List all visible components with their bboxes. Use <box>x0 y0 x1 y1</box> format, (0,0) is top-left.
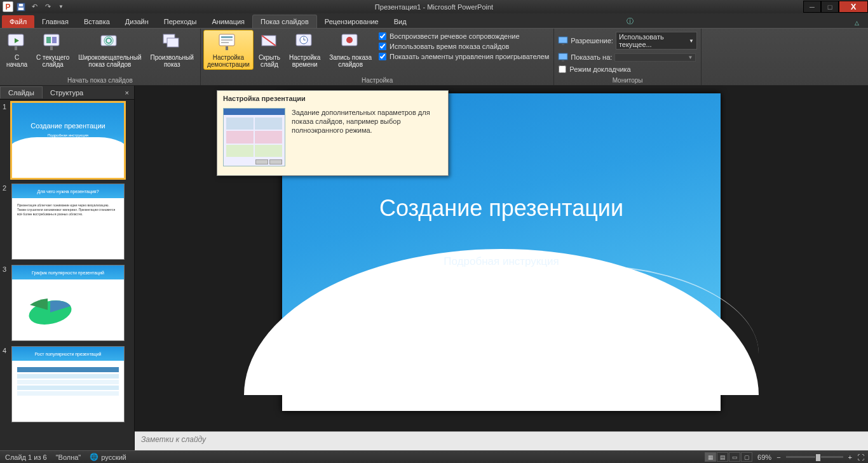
tooltip-body: Задание дополнительных параметров для по… <box>292 108 442 166</box>
tooltip: Настройка презентации Задание дополнител… <box>217 90 449 176</box>
tab-transitions[interactable]: Переходы <box>156 15 205 28</box>
title-bar: P ↶ ↷ ▼ Презентация1 - Microsoft PowerPo… <box>0 0 868 13</box>
tab-review[interactable]: Рецензирование <box>317 15 386 28</box>
slides-tab[interactable]: Слайды <box>0 86 43 98</box>
slide-panel: Слайды Структура × 1 Создание презентаци… <box>0 86 135 450</box>
show-on-dropdown[interactable]: ▼ <box>614 53 696 62</box>
svg-rect-6 <box>44 34 59 46</box>
record-icon <box>341 32 361 52</box>
svg-rect-18 <box>221 42 229 43</box>
thumbnail-row: 3 График популярности презентаций <box>3 265 132 341</box>
thumb-number: 1 <box>3 102 9 178</box>
custom-show-icon <box>162 32 182 52</box>
svg-rect-9 <box>50 46 53 50</box>
hide-slide-label: Скрыть слайд <box>259 54 280 68</box>
svg-rect-7 <box>46 37 51 43</box>
resolution-row: Разрешение: Использовать текущее...▼ <box>557 31 698 50</box>
tab-design[interactable]: Дизайн <box>118 15 156 28</box>
reading-view-button[interactable]: ▭ <box>729 452 740 462</box>
tab-file[interactable]: Файл <box>2 15 34 28</box>
from-current-label: С текущего слайда <box>36 54 69 68</box>
hide-slide-icon <box>259 32 280 52</box>
record-button[interactable]: Запись показа слайдов <box>325 30 376 70</box>
show-media-controls-checkbox[interactable]: Показать элементы управления проигрывате… <box>377 51 551 62</box>
svg-rect-8 <box>52 37 57 43</box>
broadcast-button[interactable]: Широковещательный показ слайдов <box>74 30 145 70</box>
monitor-icon <box>558 52 568 62</box>
normal-view-button[interactable]: ▦ <box>705 452 716 462</box>
setup-show-button[interactable]: Настройка демонстрации <box>203 30 254 70</box>
group-setup-label: Настройка <box>203 76 551 85</box>
slide-title[interactable]: Создание презентации <box>282 195 721 222</box>
thumb-number: 3 <box>3 265 9 341</box>
use-timings-checkbox[interactable]: Использовать время показа слайдов <box>377 41 551 51</box>
clock-icon <box>295 32 315 52</box>
thumbnail-list[interactable]: 1 Создание презентацииПодробная инструкц… <box>0 100 134 450</box>
svg-rect-31 <box>562 60 564 62</box>
chevron-down-icon: ▼ <box>689 38 694 44</box>
minimize-ribbon-icon[interactable]: △ <box>851 18 863 28</box>
tab-home[interactable]: Главная <box>34 15 76 28</box>
undo-icon[interactable]: ↶ <box>29 1 40 13</box>
theme-name: "Волна" <box>56 453 81 461</box>
tab-insert[interactable]: Вставка <box>76 15 118 28</box>
broadcast-label: Широковещательный показ слайдов <box>78 54 141 68</box>
monitor-icon <box>558 36 568 46</box>
chevron-down-icon: ▼ <box>688 55 693 60</box>
broadcast-icon <box>100 32 120 52</box>
slide-subtitle[interactable]: Подробная инструкция <box>282 255 721 268</box>
record-label: Запись показа слайдов <box>329 54 372 68</box>
view-buttons: ▦ ▤ ▭ ▢ <box>705 452 752 462</box>
svg-rect-16 <box>221 36 233 38</box>
minimize-button[interactable]: ─ <box>803 1 821 13</box>
thumbnail-4[interactable]: Рост популярности презентаций <box>11 346 125 422</box>
close-button[interactable]: X <box>839 1 868 13</box>
app-icon[interactable]: P <box>3 1 13 12</box>
tab-animation[interactable]: Анимация <box>204 15 252 28</box>
help-icon[interactable]: ⓘ <box>623 15 637 28</box>
thumbnail-3[interactable]: График популярности презентаций <box>11 265 125 341</box>
presentation-current-icon <box>43 32 63 52</box>
svg-rect-14 <box>167 38 179 47</box>
presenter-view-checkbox[interactable]: Режим докладчика <box>557 64 698 74</box>
thumbnail-1[interactable]: Создание презентацииПодробная инструкция <box>11 102 125 178</box>
ribbon-group-start: С начала С текущего слайда Широковещател… <box>0 29 201 85</box>
language-indicator[interactable]: 🌐русский <box>90 453 126 461</box>
zoom-in-button[interactable]: + <box>848 453 852 461</box>
svg-rect-30 <box>559 53 567 60</box>
resolution-dropdown[interactable]: Использовать текущее...▼ <box>616 32 697 50</box>
tab-slideshow[interactable]: Показ слайдов <box>252 15 317 28</box>
notes-pane[interactable]: Заметки к слайду <box>135 431 868 450</box>
outline-tab[interactable]: Структура <box>43 87 91 98</box>
custom-show-button[interactable]: Произвольный показ <box>147 30 198 70</box>
custom-show-label: Произвольный показ <box>151 54 194 68</box>
redo-icon[interactable]: ↷ <box>42 1 53 13</box>
fit-window-button[interactable]: ⛶ <box>857 453 864 461</box>
thumbnail-2[interactable]: Для чего нужна презентация? Презентация … <box>11 184 125 260</box>
setup-show-label: Настройка демонстрации <box>207 54 250 68</box>
ribbon-group-monitors: Разрешение: Использовать текущее...▼ Пок… <box>554 29 702 85</box>
tab-view[interactable]: Вид <box>386 15 414 28</box>
from-beginning-button[interactable]: С начала <box>3 30 31 70</box>
rehearse-label: Настройка времени <box>289 54 320 68</box>
close-panel-button[interactable]: × <box>120 88 134 98</box>
slideshow-view-button[interactable]: ▢ <box>741 452 752 462</box>
zoom-level[interactable]: 69% <box>757 453 771 461</box>
zoom-slider[interactable] <box>786 456 843 458</box>
window-controls: ─ □ X <box>803 1 868 13</box>
save-icon[interactable] <box>15 1 27 13</box>
sorter-view-button[interactable]: ▤ <box>717 452 728 462</box>
maximize-button[interactable]: □ <box>821 1 839 13</box>
from-current-button[interactable]: С текущего слайда <box>32 30 73 70</box>
svg-rect-17 <box>221 39 233 41</box>
slide-counter: Слайд 1 из 6 <box>5 453 47 461</box>
play-narrations-checkbox[interactable]: Воспроизвести речевое сопровождение <box>377 31 551 41</box>
svg-rect-5 <box>15 46 17 50</box>
svg-point-27 <box>346 37 353 43</box>
language-icon: 🌐 <box>90 453 98 461</box>
hide-slide-button[interactable]: Скрыть слайд <box>255 30 284 70</box>
zoom-out-button[interactable]: − <box>776 453 780 461</box>
rehearse-button[interactable]: Настройка времени <box>285 30 324 70</box>
qat-dropdown-icon[interactable]: ▼ <box>55 1 67 13</box>
ribbon-tabs: Файл Главная Вставка Дизайн Переходы Ани… <box>0 13 868 28</box>
